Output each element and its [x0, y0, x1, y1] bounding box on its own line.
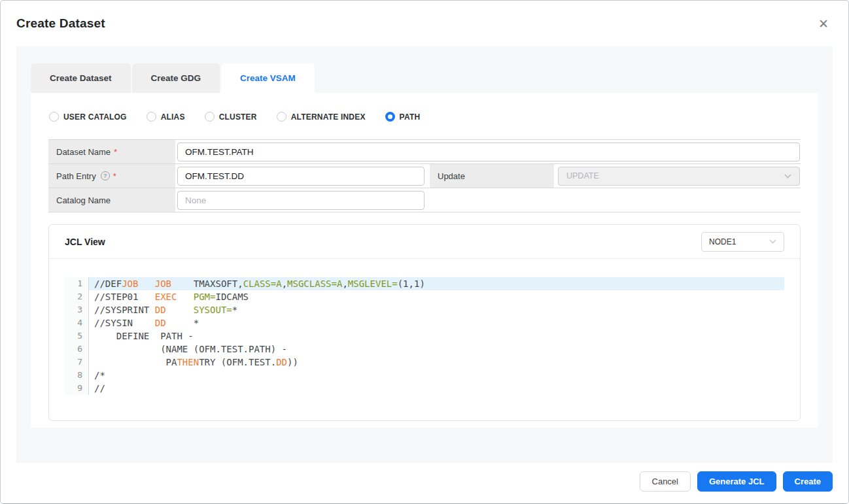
catalog-name-input[interactable] [177, 191, 424, 210]
radio-label: PATH [400, 112, 421, 122]
radio-circle-icon [277, 112, 286, 122]
tab-bar: Create Dataset Create GDG Create VSAM [16, 46, 833, 93]
jcl-view-card: JCL View NODE1 1//DEFJOB JOB TMAXSOFT,CL… [48, 224, 801, 421]
tab-create-dataset[interactable]: Create Dataset [31, 63, 131, 93]
line-number: 8 [65, 369, 89, 382]
radio-circle-icon [49, 112, 59, 122]
modal-footer: Cancel Generate JCL Create [1, 463, 848, 503]
required-asterisk: * [114, 147, 117, 157]
line-code: //STEP01 EXEC PGM=IDCAMS [89, 290, 784, 303]
help-icon: ? [101, 171, 110, 180]
radio-circle-icon [385, 112, 395, 122]
label-text: Dataset Name [56, 147, 111, 157]
catalog-name-label: Catalog Name [48, 188, 175, 212]
radio-alternate-index[interactable]: ALTERNATE INDEX [277, 112, 366, 122]
jcl-code-line: 5 DEFINE PATH - [65, 329, 784, 343]
node-select[interactable]: NODE1 [701, 232, 784, 252]
radio-label: ALIAS [161, 112, 185, 122]
jcl-code-line: 7 PATHENTRY (OFM.TEST.DD)) [65, 356, 784, 369]
line-code: //DEFJOB JOB TMAXSOFT,CLASS=A,MSGCLASS=A… [89, 277, 784, 290]
update-select[interactable]: UPDATE [558, 167, 800, 186]
line-number: 2 [65, 290, 89, 303]
update-select-placeholder: UPDATE [566, 171, 599, 180]
jcl-code-line: 1//DEFJOB JOB TMAXSOFT,CLASS=A,MSGCLASS=… [65, 277, 784, 290]
tab-panel: USER CATALOG ALIAS CLUSTER ALTERNATE IND… [31, 93, 818, 428]
radio-circle-icon [147, 112, 156, 122]
create-button[interactable]: Create [783, 471, 833, 492]
catalog-name-row: Catalog Name [48, 188, 801, 212]
jcl-code-lines: 1//DEFJOB JOB TMAXSOFT,CLASS=A,MSGCLASS=… [65, 277, 784, 395]
radio-label: CLUSTER [219, 112, 257, 122]
required-asterisk: * [113, 171, 116, 181]
line-number: 7 [65, 356, 89, 369]
radio-alias[interactable]: ALIAS [147, 112, 185, 122]
generate-jcl-button[interactable]: Generate JCL [697, 471, 776, 492]
jcl-code-line: 8/* [65, 369, 784, 382]
path-entry-input[interactable] [177, 167, 424, 186]
jcl-code-line: 2//STEP01 EXEC PGM=IDCAMS [65, 290, 784, 303]
line-number: 5 [65, 329, 89, 343]
radio-label: USER CATALOG [63, 112, 127, 122]
path-entry-label: Path Entry?* [48, 164, 175, 188]
jcl-code-line: 4//SYSIN DD * [65, 316, 784, 329]
line-code: //SYSIN DD * [89, 316, 784, 329]
tab-create-gdg[interactable]: Create GDG [132, 63, 220, 93]
path-entry-row: Path Entry?* Update UPDATE [48, 164, 801, 188]
vsam-form: Dataset Name* Path Entry?* Update UPDATE [48, 139, 801, 212]
line-code: PATHENTRY (OFM.TEST.DD)) [89, 356, 784, 369]
radio-circle-icon [205, 112, 215, 122]
vsam-type-radio-group: USER CATALOG ALIAS CLUSTER ALTERNATE IND… [49, 112, 801, 122]
node-select-value: NODE1 [709, 237, 736, 246]
dataset-name-label: Dataset Name* [48, 140, 175, 163]
line-number: 3 [65, 303, 89, 316]
line-number: 4 [65, 316, 89, 329]
dataset-name-input[interactable] [177, 143, 800, 161]
line-number: 9 [65, 382, 89, 395]
jcl-code-line: 9// [65, 382, 784, 395]
cancel-button[interactable]: Cancel [640, 471, 691, 492]
line-number: 1 [65, 277, 89, 290]
modal-body: Create Dataset Create GDG Create VSAM US… [16, 46, 833, 463]
radio-label: ALTERNATE INDEX [291, 112, 366, 122]
label-text: Path Entry [56, 171, 96, 181]
create-dataset-modal: Create Dataset ✕ Create Dataset Create G… [0, 0, 849, 504]
line-code: (NAME (OFM.TEST.PATH) - [89, 343, 784, 356]
line-code: // [89, 382, 784, 395]
chevron-down-icon [784, 174, 791, 178]
label-text: Catalog Name [56, 195, 111, 205]
radio-user-catalog[interactable]: USER CATALOG [49, 112, 127, 122]
jcl-code-line: 3//SYSPRINT DD SYSOUT=* [65, 303, 784, 316]
line-number: 6 [65, 343, 89, 356]
radio-path[interactable]: PATH [385, 112, 421, 122]
update-label: Update [430, 164, 554, 188]
dataset-name-row: Dataset Name* [48, 140, 801, 164]
modal-title: Create Dataset [16, 16, 105, 31]
line-code: DEFINE PATH - [89, 329, 784, 343]
jcl-view-title: JCL View [65, 237, 105, 247]
tab-create-vsam[interactable]: Create VSAM [221, 63, 315, 93]
label-text: Update [438, 171, 465, 181]
close-icon[interactable]: ✕ [816, 15, 831, 33]
line-code: /* [89, 369, 784, 382]
jcl-code-line: 6 (NAME (OFM.TEST.PATH) - [65, 343, 784, 356]
chevron-down-icon [769, 239, 776, 244]
jcl-view-header: JCL View NODE1 [49, 225, 800, 259]
radio-cluster[interactable]: CLUSTER [205, 112, 257, 122]
line-code: //SYSPRINT DD SYSOUT=* [89, 303, 784, 316]
modal-header: Create Dataset ✕ [1, 1, 848, 46]
